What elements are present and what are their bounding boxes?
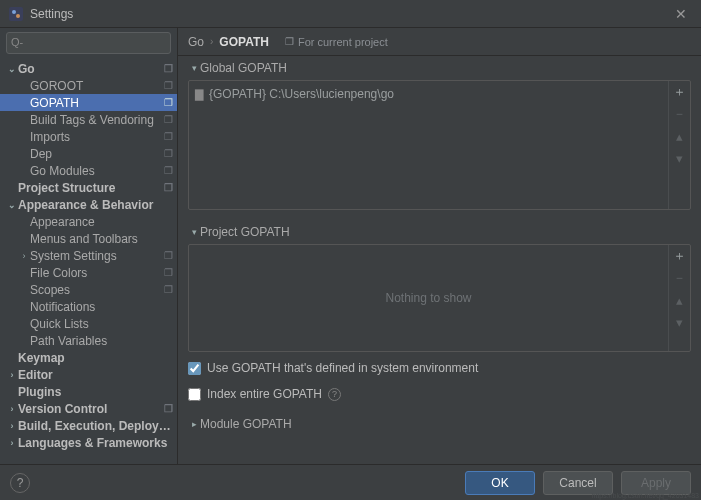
sidebar-item-editor[interactable]: ›Editor [0,366,177,383]
sidebar-item-label: GOROOT [30,79,160,93]
layers-icon: ❐ [164,80,173,91]
sidebar-item-path-variables[interactable]: Path Variables [0,332,177,349]
sidebar-item-label: Go Modules [30,164,160,178]
checkbox-label: Use GOPATH that's defined in system envi… [207,361,478,375]
close-icon[interactable]: ✕ [669,4,693,24]
move-down-button[interactable]: ▾ [669,147,690,169]
window-title: Settings [30,7,669,21]
sidebar-item-label: Languages & Frameworks [18,436,173,450]
sidebar-item-plugins[interactable]: Plugins [0,383,177,400]
section-global-gopath[interactable]: ▾ Global GOPATH [188,56,691,80]
use-system-gopath-checkbox[interactable] [188,362,201,375]
layers-icon: ❐ [164,182,173,193]
ok-button[interactable]: OK [465,471,535,495]
chevron-down-icon: ▾ [188,227,200,237]
settings-tree[interactable]: ⌄Go❐GOROOT❐GOPATH❐Build Tags & Vendoring… [0,58,177,464]
layers-icon: ❐ [164,97,173,108]
cancel-button[interactable]: Cancel [543,471,613,495]
sidebar-item-label: Menus and Toolbars [30,232,173,246]
sidebar-item-label: Notifications [30,300,173,314]
svg-point-1 [12,10,16,14]
section-title: Module GOPATH [200,417,292,431]
sidebar-item-label: Appearance & Behavior [18,198,173,212]
scope-badge: ❐ For current project [285,36,388,48]
folder-icon: ▇ [195,88,203,101]
layers-icon: ❐ [285,36,294,47]
move-up-button[interactable]: ▴ [669,125,690,147]
add-button[interactable]: ＋ [669,81,690,103]
sidebar-item-quick-lists[interactable]: Quick Lists [0,315,177,332]
chevron-right-icon: › [6,370,18,380]
sidebar-item-label: Build, Execution, Deployment [18,419,173,433]
sidebar-item-menus-and-toolbars[interactable]: Menus and Toolbars [0,230,177,247]
sidebar-item-file-colors[interactable]: File Colors❐ [0,264,177,281]
sidebar-item-notifications[interactable]: Notifications [0,298,177,315]
empty-label: Nothing to show [189,245,668,351]
chevron-right-icon: › [6,404,18,414]
project-gopath-list[interactable]: Nothing to show ＋ － ▴ ▾ [188,244,691,352]
sidebar-item-label: File Colors [30,266,160,280]
layers-icon: ❐ [164,267,173,278]
sidebar-item-goroot[interactable]: GOROOT❐ [0,77,177,94]
chevron-down-icon: ▾ [188,63,200,73]
checkbox-label: Index entire GOPATH [207,387,322,401]
global-gopath-list[interactable]: ▇ {GOPATH} C:\Users\lucienpeng\go ＋ － ▴ … [188,80,691,210]
index-entire-gopath-option[interactable]: Index entire GOPATH ? [188,384,691,404]
chevron-right-icon: › [210,36,213,47]
section-module-gopath[interactable]: ▸ Module GOPATH [188,412,691,436]
sidebar-item-dep[interactable]: Dep❐ [0,145,177,162]
sidebar-item-system-settings[interactable]: ›System Settings❐ [0,247,177,264]
sidebar-item-build-execution-deployment[interactable]: ›Build, Execution, Deployment [0,417,177,434]
sidebar-item-project-structure[interactable]: Project Structure❐ [0,179,177,196]
scope-label: For current project [298,36,388,48]
layers-icon: ❐ [164,284,173,295]
help-button[interactable]: ? [10,473,30,493]
index-entire-gopath-checkbox[interactable] [188,388,201,401]
apply-button[interactable]: Apply [621,471,691,495]
chevron-down-icon: ⌄ [6,200,18,210]
move-up-button[interactable]: ▴ [669,289,690,311]
dialog-footer: ? OK Cancel Apply [0,464,701,500]
titlebar: Settings ✕ [0,0,701,28]
layers-icon: ❐ [164,131,173,142]
sidebar-item-label: Path Variables [30,334,173,348]
section-project-gopath[interactable]: ▾ Project GOPATH [188,220,691,244]
sidebar-item-keymap[interactable]: Keymap [0,349,177,366]
sidebar-item-languages-frameworks[interactable]: ›Languages & Frameworks [0,434,177,451]
sidebar-item-gopath[interactable]: GOPATH❐ [0,94,177,111]
sidebar-item-go[interactable]: ⌄Go❐ [0,60,177,77]
use-system-gopath-option[interactable]: Use GOPATH that's defined in system envi… [188,358,691,378]
chevron-right-icon: › [6,438,18,448]
sidebar-item-label: Build Tags & Vendoring [30,113,160,127]
remove-button[interactable]: － [669,103,690,125]
sidebar-item-label: Scopes [30,283,160,297]
sidebar-item-appearance[interactable]: Appearance [0,213,177,230]
svg-point-2 [16,14,20,18]
breadcrumb-root[interactable]: Go [188,35,204,49]
layers-icon: ❐ [164,114,173,125]
list-item[interactable]: ▇ {GOPATH} C:\Users\lucienpeng\go [195,85,662,103]
sidebar-item-label: Quick Lists [30,317,173,331]
layers-icon: ❐ [164,63,173,74]
sidebar-item-label: GOPATH [30,96,160,110]
sidebar-item-build-tags-vendoring[interactable]: Build Tags & Vendoring❐ [0,111,177,128]
sidebar-item-appearance-behavior[interactable]: ⌄Appearance & Behavior [0,196,177,213]
sidebar-item-scopes[interactable]: Scopes❐ [0,281,177,298]
svg-rect-0 [9,7,23,21]
search-input[interactable] [6,32,171,54]
sidebar-item-label: Version Control [18,402,160,416]
settings-main: Go › GOPATH ❐ For current project ▾ Glob… [178,28,701,464]
chevron-down-icon: ⌄ [6,64,18,74]
move-down-button[interactable]: ▾ [669,311,690,333]
chevron-right-icon: › [6,421,18,431]
section-title: Project GOPATH [200,225,290,239]
help-icon[interactable]: ? [328,388,341,401]
remove-button[interactable]: － [669,267,690,289]
app-icon [8,6,24,22]
sidebar-item-label: Go [18,62,160,76]
add-button[interactable]: ＋ [669,245,690,267]
sidebar-item-go-modules[interactable]: Go Modules❐ [0,162,177,179]
sidebar-item-label: System Settings [30,249,160,263]
sidebar-item-imports[interactable]: Imports❐ [0,128,177,145]
sidebar-item-version-control[interactable]: ›Version Control❐ [0,400,177,417]
